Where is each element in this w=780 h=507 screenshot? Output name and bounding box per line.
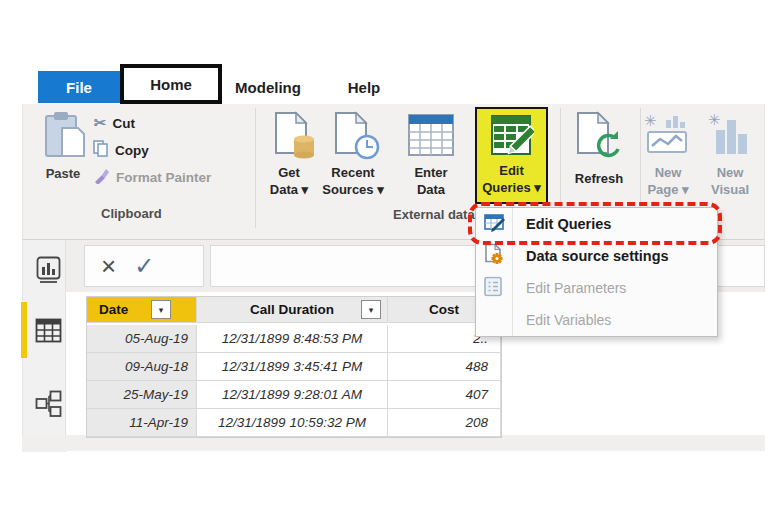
svg-text:✳: ✳ bbox=[644, 112, 657, 129]
enter-data-button[interactable] bbox=[408, 114, 454, 160]
cancel-formula-button[interactable]: × bbox=[101, 253, 116, 279]
new-page-button[interactable]: ✳ bbox=[644, 112, 690, 160]
data-view-icon bbox=[35, 329, 62, 346]
table-cell[interactable]: 208 bbox=[388, 409, 501, 437]
edit-queries-icon bbox=[490, 114, 534, 160]
data-view-selection-bar bbox=[21, 302, 27, 358]
powerbi-desktop-window: File Home Modeling Help Paste ✂ Cut Copy bbox=[0, 0, 780, 507]
format-painter-button[interactable]: Format Painter bbox=[93, 167, 211, 187]
format-painter-label: Format Painter bbox=[116, 170, 211, 185]
model-view-button[interactable] bbox=[35, 390, 62, 422]
table-cell[interactable]: 25-May-19 bbox=[87, 381, 197, 409]
table-cell[interactable]: 12/31/1899 9:28:01 AM bbox=[197, 381, 388, 409]
paste-clipboard-icon bbox=[40, 148, 88, 165]
column-header-date[interactable]: Date ▾ bbox=[87, 297, 197, 323]
table-cell[interactable]: 09-Aug-18 bbox=[87, 353, 197, 381]
formula-commit-box: × ✓ bbox=[84, 245, 204, 287]
paste-label: Paste bbox=[32, 165, 94, 182]
recent-sources-icon bbox=[332, 147, 380, 164]
recent-sources-button[interactable] bbox=[332, 111, 380, 165]
red-dashed-highlight bbox=[468, 202, 722, 245]
refresh-button[interactable] bbox=[574, 111, 622, 167]
copy-label: Copy bbox=[115, 143, 149, 158]
data-source-settings-icon bbox=[484, 244, 504, 269]
refresh-icon bbox=[574, 149, 622, 166]
copy-button[interactable]: Copy bbox=[93, 140, 149, 160]
table-cell[interactable]: 488 bbox=[388, 353, 501, 381]
model-view-icon bbox=[35, 404, 62, 421]
refresh-label: Refresh bbox=[570, 170, 628, 187]
cut-label: Cut bbox=[113, 116, 136, 131]
clipboard-group-label: Clipboard bbox=[101, 206, 162, 221]
report-view-button[interactable] bbox=[36, 256, 61, 287]
table-cell[interactable]: 11-Apr-19 bbox=[87, 409, 197, 437]
scissors-icon: ✂ bbox=[94, 114, 107, 132]
get-data-label: Get Data ▾ bbox=[262, 164, 316, 198]
enter-data-table-icon bbox=[408, 142, 454, 159]
report-view-icon bbox=[36, 269, 61, 286]
svg-text:✳: ✳ bbox=[708, 112, 721, 128]
cut-button[interactable]: ✂ Cut bbox=[94, 114, 135, 132]
get-data-icon bbox=[272, 147, 318, 164]
recent-sources-label: Recent Sources ▾ bbox=[318, 164, 388, 198]
paste-button[interactable] bbox=[40, 110, 88, 162]
edit-queries-button[interactable]: Edit Queries ▾ bbox=[475, 107, 548, 204]
table-cell[interactable]: 05-Aug-19 bbox=[87, 325, 197, 353]
table-cell[interactable]: 12/31/1899 10:59:32 PM bbox=[197, 409, 388, 437]
call-duration-filter-dropdown[interactable]: ▾ bbox=[361, 300, 381, 319]
new-visual-label: New Visual bbox=[704, 164, 756, 198]
new-visual-button[interactable]: ✳ bbox=[708, 112, 750, 160]
tab-file[interactable]: File bbox=[38, 71, 120, 103]
enter-data-label: Enter Data bbox=[406, 164, 456, 198]
column-header-call-duration[interactable]: Call Duration ▾ bbox=[197, 297, 388, 323]
accept-formula-button[interactable]: ✓ bbox=[134, 254, 154, 278]
new-page-label: New Page ▾ bbox=[642, 164, 694, 198]
menu-item-edit-variables[interactable]: Edit Variables bbox=[476, 304, 717, 336]
table-cell[interactable]: 12/31/1899 8:48:53 PM bbox=[197, 325, 388, 353]
format-painter-brush-icon bbox=[93, 167, 110, 187]
edit-parameters-icon bbox=[484, 277, 502, 300]
copy-icon bbox=[93, 140, 109, 160]
date-filter-dropdown[interactable]: ▾ bbox=[151, 300, 171, 319]
tab-modeling[interactable]: Modeling bbox=[230, 71, 306, 103]
get-data-button[interactable] bbox=[272, 111, 318, 165]
tab-home[interactable]: Home bbox=[120, 64, 222, 104]
data-grid: Date ▾ Call Duration ▾ Cost 05-Aug-19 12… bbox=[86, 296, 502, 438]
menu-item-edit-parameters[interactable]: Edit Parameters bbox=[476, 272, 717, 304]
new-visual-icon: ✳ bbox=[708, 142, 750, 159]
group-separator bbox=[255, 108, 256, 228]
tab-help[interactable]: Help bbox=[340, 71, 388, 103]
table-cell[interactable]: 12/31/1899 3:45:41 PM bbox=[197, 353, 388, 381]
table-cell[interactable]: 407 bbox=[388, 381, 501, 409]
new-page-icon: ✳ bbox=[644, 142, 690, 159]
external-data-group-label: External data bbox=[393, 207, 475, 222]
data-view-button[interactable] bbox=[35, 318, 62, 347]
edit-queries-label: Edit Queries ▾ bbox=[482, 162, 541, 196]
